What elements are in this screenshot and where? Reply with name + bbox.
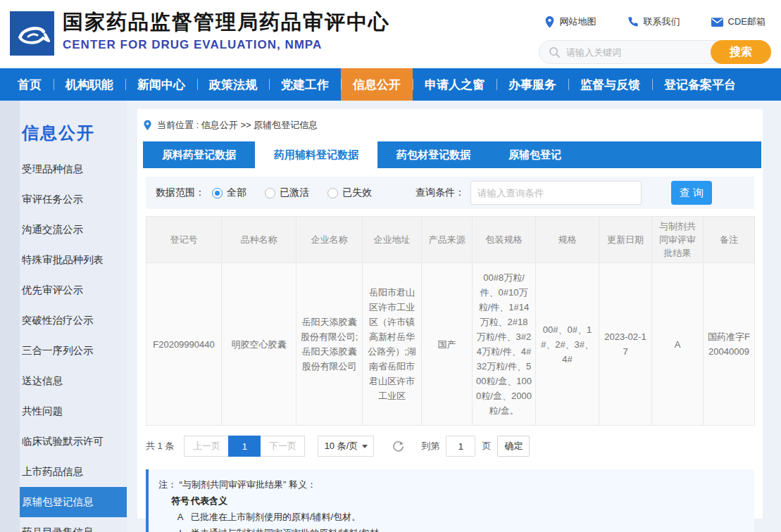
note-symbol-i: I xyxy=(170,525,191,532)
nav-item-registration-platform[interactable]: 登记备案平台 xyxy=(652,68,748,101)
sidebar-item-raw-excipient-packaging-registration[interactable]: 原辅包登记信息 xyxy=(0,487,127,517)
note-symbol-header: 符号 xyxy=(170,493,191,509)
sidebar-item-review-tasks[interactable]: 审评任务公示 xyxy=(0,184,127,215)
col-remarks: 备注 xyxy=(704,217,755,263)
query-label: 查询条件： xyxy=(416,186,465,199)
col-product-source: 产品来源 xyxy=(422,217,473,263)
sidebar-item-accepted-varieties[interactable]: 受理品种信息 xyxy=(0,154,127,184)
nav-item-party[interactable]: 党建工作 xyxy=(269,68,341,101)
next-page-button[interactable]: 下一页 xyxy=(260,436,305,457)
nav-item-applicant-window[interactable]: 申请人之窗 xyxy=(413,68,496,101)
table-row: F20209990440 明胶空心胶囊 岳阳天添胶囊股份有限公司;岳阳天添胶囊股… xyxy=(146,263,755,426)
radio-expired[interactable]: 已失效 xyxy=(327,186,372,199)
contact-label: 联系我们 xyxy=(644,15,680,28)
sidebar-item-three-in-one[interactable]: 三合一序列公示 xyxy=(0,336,127,366)
col-joint-review-result: 与制剂共同审评审批结果 xyxy=(652,217,704,263)
sidebar-item-common-issues[interactable]: 共性问题 xyxy=(0,396,127,426)
table-header-row: 登记号 品种名称 企业名称 企业地址 产品来源 包装规格 规格 更新日期 与制剂… xyxy=(146,217,755,263)
cde-logo-swirl-icon xyxy=(14,15,51,52)
chevron-down-icon xyxy=(362,445,368,448)
search-input[interactable] xyxy=(561,47,711,58)
tab-packaging-registration[interactable]: 药包材登记数据 xyxy=(377,141,489,168)
refresh-button[interactable] xyxy=(392,441,404,452)
tab-excipient-registration[interactable]: 药用辅料登记数据 xyxy=(255,141,377,168)
sitemap-link[interactable]: 网站地图 xyxy=(544,15,596,28)
mailbox-link[interactable]: CDE邮箱 xyxy=(711,15,766,28)
col-registration-no: 登记号 xyxy=(146,217,222,263)
note-meaning-header: 代表含义 xyxy=(191,493,227,509)
note-row-a: A 已批准在上市制剂使用的原料/辅料/包材。 xyxy=(158,509,744,525)
sidebar-item-marketed-drugs[interactable]: 上市药品信息 xyxy=(0,457,127,487)
quick-links: 网站地图 联系我们 CDE邮箱 xyxy=(544,15,766,28)
cell-packaging-spec: 00#8万粒/件、0#10万粒/件、1#14万粒、2#18万粒/件、3#24万粒… xyxy=(473,263,536,426)
radio-all[interactable]: 全部 xyxy=(212,186,246,199)
goto-confirm-button[interactable]: 确定 xyxy=(497,436,530,457)
note-symbol-a: A xyxy=(170,509,191,525)
cell-update-date: 2023-02-17 xyxy=(599,263,652,426)
current-page-button[interactable]: 1 xyxy=(228,436,261,457)
note-box: 注： “与制剂共同审评审批结果” 释义： 符号 代表含义 A 已批准在上市制剂使… xyxy=(146,469,754,532)
note-title: 注： “与制剂共同审评审批结果” 释义： xyxy=(158,476,744,493)
scope-radio-group: 全部 已激活 已失效 xyxy=(212,186,372,199)
cell-spec: 00#、0#、1#、2#、3#、4# xyxy=(536,263,599,426)
cde-logo xyxy=(10,11,54,56)
breadcrumb: 当前位置 : 信息公开 >> 原辅包登记信息 xyxy=(137,109,763,141)
col-update-date: 更新日期 xyxy=(599,217,652,263)
query-group: 查询条件： xyxy=(416,181,642,205)
cell-registration-no: F20209990440 xyxy=(146,263,222,426)
goto-page-input[interactable] xyxy=(446,436,475,457)
radio-expired-label: 已失效 xyxy=(342,186,372,199)
prev-page-button[interactable]: 上一页 xyxy=(184,436,229,457)
nav-item-home[interactable]: 首页 xyxy=(6,68,54,101)
cell-product-source: 国产 xyxy=(422,263,473,426)
nav-item-news[interactable]: 新闻中心 xyxy=(125,68,197,101)
contact-link[interactable]: 联系我们 xyxy=(627,15,680,28)
sidebar-item-special-approval[interactable]: 特殊审批品种列表 xyxy=(0,245,127,275)
sidebar-item-drug-catalog[interactable]: 药品目录集信息 xyxy=(0,517,127,532)
search-button[interactable]: 搜索 xyxy=(711,40,771,64)
data-tabs: 原料药登记数据 药用辅料登记数据 药包材登记数据 原辅包登记 xyxy=(143,141,761,168)
note-meaning-a: 已批准在上市制剂使用的原料/辅料/包材。 xyxy=(191,509,361,525)
goto-page-group: 到第 页 确定 xyxy=(421,436,530,457)
search-icon xyxy=(549,46,561,58)
sidebar-item-priority-review[interactable]: 优先审评公示 xyxy=(0,275,127,305)
radio-expired-dot xyxy=(327,188,338,198)
query-condition-input[interactable] xyxy=(470,181,642,205)
note-header-row: 符号 代表含义 xyxy=(158,493,744,509)
mailbox-label: CDE邮箱 xyxy=(728,15,766,28)
nav-item-services[interactable]: 办事服务 xyxy=(496,68,568,101)
sitemap-label: 网站地图 xyxy=(560,15,596,28)
col-company-name: 企业名称 xyxy=(296,217,363,263)
cell-variety-name: 明胶空心胶囊 xyxy=(222,263,296,426)
tab-raw-excipient-packaging[interactable]: 原辅包登记 xyxy=(489,141,580,168)
note-meaning-i: 尚未通过与制剂共同审评审批的原料/辅料/包材。 xyxy=(191,525,388,532)
refresh-icon xyxy=(392,441,404,452)
title-block: 国家药品监督管理局药品审评中心 CENTER FOR DRUG EVALUATI… xyxy=(63,9,390,52)
breadcrumb-text: 当前位置 : 信息公开 >> 原辅包登记信息 xyxy=(157,119,318,132)
nav-item-policy[interactable]: 政策法规 xyxy=(197,68,269,101)
sidebar-item-delivery-info[interactable]: 送达信息 xyxy=(0,366,127,396)
radio-activated-dot xyxy=(265,188,275,198)
radio-all-dot xyxy=(212,188,223,198)
map-pin-icon xyxy=(544,16,555,28)
sidebar-item-breakthrough-therapy[interactable]: 突破性治疗公示 xyxy=(0,305,127,336)
registration-table: 登记号 品种名称 企业名称 企业地址 产品来源 包装规格 规格 更新日期 与制剂… xyxy=(146,216,755,426)
radio-activated[interactable]: 已激活 xyxy=(265,186,309,199)
filter-bar: 数据范围： 全部 已激活 已失效 查询条件： 查 询 xyxy=(146,177,754,209)
query-button[interactable]: 查 询 xyxy=(671,181,712,205)
sidebar-item-communication[interactable]: 沟通交流公示 xyxy=(0,215,127,245)
tab-api-registration[interactable]: 原料药登记数据 xyxy=(143,141,255,168)
main-panel: 当前位置 : 信息公开 >> 原辅包登记信息 原料药登记数据 药用辅料登记数据 … xyxy=(137,109,763,519)
page-size-value: 10 条/页 xyxy=(325,440,358,452)
pagination: 共 1 条 上一页 1 下一页 10 条/页 到第 页 确定 xyxy=(146,436,754,457)
main-nav: 首页 机构职能 新闻中心 政策法规 党建工作 信息公开 申请人之窗 办事服务 监… xyxy=(0,68,781,101)
sidebar: 信息公开 受理品种信息 审评任务公示 沟通交流公示 特殊审批品种列表 优先审评公… xyxy=(0,101,127,532)
sidebar-item-clinical-trial-implied-license[interactable]: 临床试验默示许可 xyxy=(0,426,127,457)
goto-label: 到第 xyxy=(421,440,439,452)
nav-item-supervision[interactable]: 监督与反馈 xyxy=(568,68,652,101)
page-size-select[interactable]: 10 条/页 xyxy=(318,436,374,457)
nav-item-info-disclosure[interactable]: 信息公开 xyxy=(341,68,413,101)
sidebar-items: 受理品种信息 审评任务公示 沟通交流公示 特殊审批品种列表 优先审评公示 突破性… xyxy=(0,154,127,532)
nav-item-functions[interactable]: 机构职能 xyxy=(54,68,125,101)
cell-remarks: 国药准字F20040009 xyxy=(704,263,755,426)
